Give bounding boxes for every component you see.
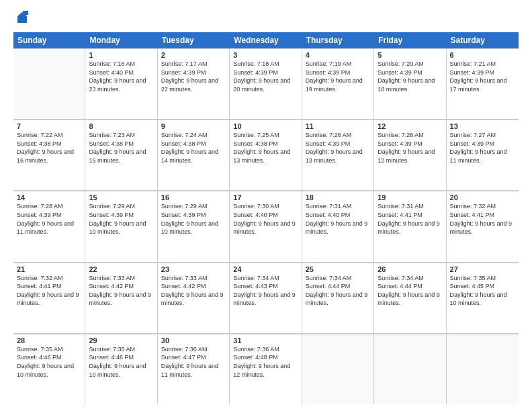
day-number: 8 [89,122,153,130]
cell-info: Sunrise: 7:21 AMSunset: 4:39 PMDaylight:… [450,60,515,93]
day-number: 24 [233,265,298,273]
day-number: 29 [89,336,153,345]
calendar-cell: 14Sunrise: 7:28 AMSunset: 4:39 PMDayligh… [13,191,85,261]
calendar-cell: 25Sunrise: 7:34 AMSunset: 4:44 PMDayligh… [302,263,374,333]
day-number: 23 [161,265,226,273]
cell-info: Sunrise: 7:35 AMSunset: 4:46 PMDaylight:… [17,345,81,379]
calendar-cell: 1Sunrise: 7:16 AMSunset: 4:40 PMDaylight… [85,49,157,119]
cell-info: Sunrise: 7:26 AMSunset: 4:39 PMDaylight:… [378,131,442,165]
page: SundayMondayTuesdayWednesdayThursdayFrid… [0,0,532,411]
calendar-cell [447,334,519,404]
svg-marker-1 [23,11,28,15]
calendar-cell: 12Sunrise: 7:26 AMSunset: 4:39 PMDayligh… [374,120,446,190]
cell-info: Sunrise: 7:17 AMSunset: 4:39 PMDaylight:… [161,60,226,93]
day-number: 18 [306,193,370,201]
cell-info: Sunrise: 7:32 AMSunset: 4:41 PMDaylight:… [450,202,515,236]
calendar-cell: 7Sunrise: 7:22 AMSunset: 4:38 PMDaylight… [13,120,85,190]
day-number: 5 [378,51,442,59]
cell-info: Sunrise: 7:31 AMSunset: 4:40 PMDaylight:… [306,202,370,236]
calendar-cell: 21Sunrise: 7:32 AMSunset: 4:41 PMDayligh… [13,263,85,333]
cell-info: Sunrise: 7:16 AMSunset: 4:40 PMDaylight:… [89,60,153,93]
calendar-header-cell: Wednesday [230,32,302,48]
day-number: 7 [17,122,81,130]
calendar-body: 1Sunrise: 7:16 AMSunset: 4:40 PMDaylight… [13,48,519,404]
calendar: SundayMondayTuesdayWednesdayThursdayFrid… [13,32,519,404]
calendar-cell: 10Sunrise: 7:25 AMSunset: 4:38 PMDayligh… [230,120,302,190]
day-number: 30 [161,336,226,345]
cell-info: Sunrise: 7:27 AMSunset: 4:39 PMDaylight:… [450,131,515,165]
day-number: 6 [450,51,515,59]
calendar-cell [13,49,85,119]
calendar-cell: 15Sunrise: 7:29 AMSunset: 4:39 PMDayligh… [85,191,157,261]
header [13,11,519,26]
calendar-cell: 31Sunrise: 7:36 AMSunset: 4:48 PMDayligh… [230,334,302,404]
cell-info: Sunrise: 7:25 AMSunset: 4:38 PMDaylight:… [233,131,298,165]
cell-info: Sunrise: 7:31 AMSunset: 4:41 PMDaylight:… [378,202,442,236]
calendar-cell: 13Sunrise: 7:27 AMSunset: 4:39 PMDayligh… [447,120,519,190]
calendar-cell: 26Sunrise: 7:34 AMSunset: 4:44 PMDayligh… [374,263,446,333]
calendar-cell: 18Sunrise: 7:31 AMSunset: 4:40 PMDayligh… [302,191,374,261]
calendar-cell: 4Sunrise: 7:19 AMSunset: 4:39 PMDaylight… [302,49,374,119]
calendar-cell: 20Sunrise: 7:32 AMSunset: 4:41 PMDayligh… [447,191,519,261]
day-number: 3 [233,51,298,59]
day-number: 28 [17,336,81,345]
cell-info: Sunrise: 7:20 AMSunset: 4:39 PMDaylight:… [378,60,442,93]
logo-icon [15,11,30,26]
cell-info: Sunrise: 7:29 AMSunset: 4:39 PMDaylight:… [89,202,153,236]
calendar-cell: 9Sunrise: 7:24 AMSunset: 4:38 PMDaylight… [158,120,230,190]
cell-info: Sunrise: 7:36 AMSunset: 4:47 PMDaylight:… [161,345,226,379]
day-number: 14 [17,193,81,201]
calendar-cell: 28Sunrise: 7:35 AMSunset: 4:46 PMDayligh… [13,334,85,404]
day-number: 13 [450,122,515,130]
cell-info: Sunrise: 7:30 AMSunset: 4:40 PMDaylight:… [233,202,298,236]
calendar-header-cell: Sunday [13,32,85,48]
calendar-cell: 22Sunrise: 7:33 AMSunset: 4:42 PMDayligh… [85,263,157,333]
calendar-cell: 5Sunrise: 7:20 AMSunset: 4:39 PMDaylight… [374,49,446,119]
calendar-header-cell: Friday [374,32,446,48]
cell-info: Sunrise: 7:24 AMSunset: 4:38 PMDaylight:… [161,131,226,165]
calendar-cell: 16Sunrise: 7:29 AMSunset: 4:39 PMDayligh… [158,191,230,261]
calendar-cell: 24Sunrise: 7:34 AMSunset: 4:43 PMDayligh… [230,263,302,333]
calendar-cell: 6Sunrise: 7:21 AMSunset: 4:39 PMDaylight… [447,49,519,119]
day-number: 25 [306,265,370,273]
day-number: 22 [89,265,153,273]
day-number: 27 [450,265,515,273]
day-number: 20 [450,193,515,201]
cell-info: Sunrise: 7:34 AMSunset: 4:44 PMDaylight:… [378,274,442,308]
day-number: 9 [161,122,226,130]
cell-info: Sunrise: 7:33 AMSunset: 4:42 PMDaylight:… [89,274,153,308]
calendar-cell: 11Sunrise: 7:26 AMSunset: 4:39 PMDayligh… [302,120,374,190]
day-number: 2 [161,51,226,59]
calendar-cell: 27Sunrise: 7:35 AMSunset: 4:45 PMDayligh… [447,263,519,333]
calendar-cell [374,334,446,404]
cell-info: Sunrise: 7:29 AMSunset: 4:39 PMDaylight:… [161,202,226,236]
cell-info: Sunrise: 7:34 AMSunset: 4:44 PMDaylight:… [306,274,370,308]
day-number: 17 [233,193,298,201]
calendar-cell: 30Sunrise: 7:36 AMSunset: 4:47 PMDayligh… [158,334,230,404]
cell-info: Sunrise: 7:22 AMSunset: 4:38 PMDaylight:… [17,131,81,165]
calendar-cell: 2Sunrise: 7:17 AMSunset: 4:39 PMDaylight… [158,49,230,119]
calendar-header-cell: Monday [85,32,157,48]
calendar-row: 21Sunrise: 7:32 AMSunset: 4:41 PMDayligh… [13,263,519,334]
calendar-cell: 17Sunrise: 7:30 AMSunset: 4:40 PMDayligh… [230,191,302,261]
cell-info: Sunrise: 7:18 AMSunset: 4:39 PMDaylight:… [233,60,298,93]
calendar-cell [302,334,374,404]
cell-info: Sunrise: 7:32 AMSunset: 4:41 PMDaylight:… [17,274,81,308]
day-number: 26 [378,265,442,273]
day-number: 1 [89,51,153,59]
calendar-header-cell: Tuesday [158,32,230,48]
cell-info: Sunrise: 7:36 AMSunset: 4:48 PMDaylight:… [233,345,298,379]
day-number: 31 [233,336,298,345]
cell-info: Sunrise: 7:26 AMSunset: 4:39 PMDaylight:… [306,131,370,165]
calendar-row: 1Sunrise: 7:16 AMSunset: 4:40 PMDaylight… [13,48,519,120]
day-number: 4 [306,51,370,59]
day-number: 10 [233,122,298,130]
cell-info: Sunrise: 7:34 AMSunset: 4:43 PMDaylight:… [233,274,298,308]
calendar-cell: 19Sunrise: 7:31 AMSunset: 4:41 PMDayligh… [374,191,446,261]
cell-info: Sunrise: 7:23 AMSunset: 4:38 PMDaylight:… [89,131,153,165]
day-number: 19 [378,193,442,201]
cell-info: Sunrise: 7:35 AMSunset: 4:45 PMDaylight:… [450,274,515,308]
day-number: 21 [17,265,81,273]
day-number: 11 [306,122,370,130]
calendar-header-cell: Saturday [447,32,519,48]
